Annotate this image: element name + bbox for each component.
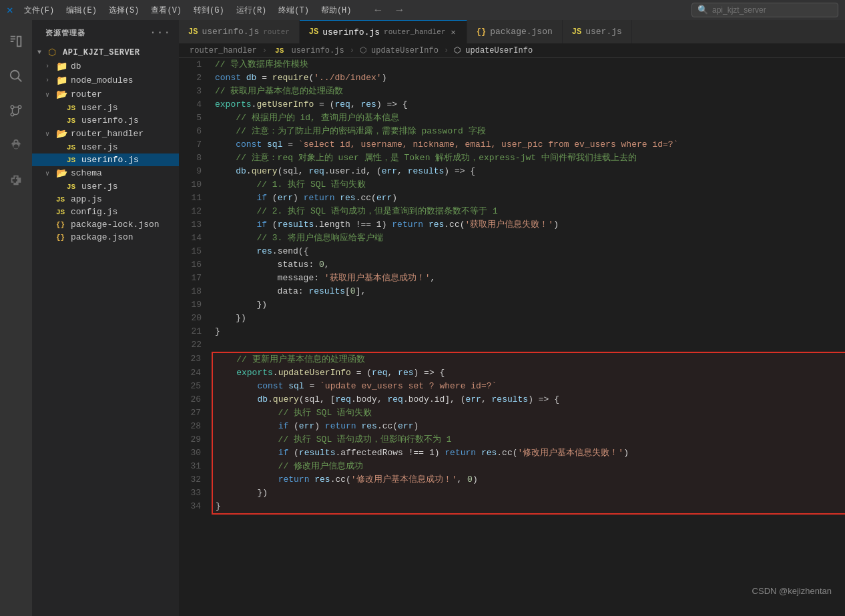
menu-item[interactable]: 帮助(H)	[316, 3, 357, 17]
table-row: 14 // 3. 将用户信息响应给客户端	[179, 232, 845, 245]
table-row: 18 data: results[0],	[179, 285, 845, 298]
table-row: 9 db.query(sql, req.user.id, (err, resul…	[179, 165, 845, 178]
sidebar-item-router-user-js[interactable]: JS user.js	[32, 101, 179, 114]
nav-forward-button[interactable]: →	[392, 3, 408, 17]
search-bar[interactable]: 🔍	[691, 3, 838, 17]
table-row: 27 // 执行 SQL 语句失败	[179, 406, 845, 420]
table-row: 16 status: 0,	[179, 258, 845, 272]
activity-search[interactable]	[0, 60, 32, 92]
line-number: 2	[179, 71, 212, 85]
line-number: 10	[179, 178, 212, 192]
sidebar-item-package-json[interactable]: {} package.json	[32, 231, 179, 244]
activity-debug[interactable]	[0, 129, 32, 162]
svg-point-3	[18, 105, 21, 109]
sidebar-item-package-lock-json[interactable]: {} package-lock.json	[32, 218, 179, 231]
line-number: 14	[179, 232, 212, 245]
nav-buttons[interactable]: ← →	[370, 3, 408, 17]
table-row: 15 res.send({	[179, 245, 845, 258]
line-number: 28	[179, 420, 212, 433]
sidebar-item-root[interactable]: ▼ ⬡ API_KJZT_SERVER	[32, 45, 179, 59]
sidebar-label-schema: schema	[71, 168, 102, 178]
line-number: 1	[179, 58, 212, 71]
code-line: const sql = `update ev_users set ? where…	[212, 380, 845, 393]
breadcrumb-part2[interactable]: JS userinfo.js	[272, 46, 344, 55]
sidebar-item-app-js[interactable]: JS app.js	[32, 193, 179, 206]
tab-js-icon2: JS	[309, 27, 318, 37]
table-row: 30 if (results.affectedRows !== 1) retur…	[179, 446, 845, 460]
line-number: 13	[179, 218, 212, 232]
table-row: 12 // 2. 执行 SQL 语句成功，但是查询到的数据条数不等于 1	[179, 205, 845, 218]
activity-extensions[interactable]	[0, 164, 32, 196]
menu-item[interactable]: 文件(F)	[19, 3, 60, 17]
sidebar-label-router: router	[71, 89, 102, 99]
line-number: 6	[179, 125, 212, 138]
sidebar-item-config-js[interactable]: JS config.js	[32, 206, 179, 218]
line-number: 12	[179, 205, 212, 218]
code-line: // 更新用户基本信息的处理函数	[212, 352, 845, 366]
menu-item[interactable]: 转到(G)	[188, 3, 230, 17]
tab-js-icon: JS	[188, 27, 198, 37]
search-icon: 🔍	[697, 5, 708, 15]
tab-userinfo-router[interactable]: JS userinfo.js router	[179, 20, 300, 43]
line-number: 20	[179, 312, 212, 325]
table-row: 7 const sql = `select id, username, nick…	[179, 138, 845, 151]
code-line: })	[212, 487, 845, 500]
code-line: // 导入数据库操作模块	[212, 58, 845, 71]
tab-user-js[interactable]: JS user.js	[563, 20, 632, 43]
code-line: // 2. 执行 SQL 语句成功，但是查询到的数据条数不等于 1	[212, 205, 845, 218]
tree-arrow-schema: ∨	[45, 170, 56, 178]
menu-item[interactable]: 编辑(E)	[61, 3, 102, 17]
code-line: // 执行 SQL 语句失败	[212, 406, 845, 420]
breadcrumb-part1[interactable]: router_handler	[190, 46, 257, 55]
sidebar-item-router-handler[interactable]: ∨ 📂 router_handler	[32, 127, 179, 141]
sidebar-item-handler-userinfo-js[interactable]: JS userinfo.js	[32, 153, 179, 166]
table-row: 22	[179, 338, 845, 352]
sidebar-item-router-userinfo-js[interactable]: JS userinfo.js	[32, 114, 179, 127]
code-line: return res.cc('修改用户基本信息成功！', 0)	[212, 473, 845, 487]
menu-item[interactable]: 终端(T)	[273, 3, 314, 17]
line-number: 31	[179, 460, 212, 473]
editor-area: JS userinfo.js router JS userinfo.js rou…	[179, 20, 845, 616]
line-number: 4	[179, 98, 212, 111]
sidebar-label-router-userinfo-js: userinfo.js	[81, 115, 139, 125]
sidebar-item-schema[interactable]: ∨ 📂 schema	[32, 166, 179, 180]
table-row: 10 // 1. 执行 SQL 语句失败	[179, 178, 845, 192]
sidebar-item-router[interactable]: ∨ 📂 router	[32, 87, 179, 101]
tab-userinfo-router-handler[interactable]: JS userinfo.js router_handler ✕	[300, 20, 467, 43]
main-layout: 资源管理器 ··· ▼ ⬡ API_KJZT_SERVER › 📁 db › 📁…	[0, 20, 845, 616]
tab-package-json[interactable]: {} package.json	[467, 20, 563, 43]
code-line: // 获取用户基本信息的处理函数	[212, 85, 845, 98]
line-number: 18	[179, 285, 212, 298]
sidebar-item-db[interactable]: › 📁 db	[32, 59, 179, 73]
sidebar-item-handler-user-js[interactable]: JS user.js	[32, 141, 179, 153]
sidebar-item-node-modules[interactable]: › 📁 node_modules	[32, 73, 179, 87]
line-number: 15	[179, 245, 212, 258]
tab-sublabel2: router_handler	[384, 28, 445, 36]
line-number: 8	[179, 151, 212, 165]
search-input[interactable]	[712, 5, 832, 15]
activity-git[interactable]	[0, 95, 32, 127]
activity-explorer[interactable]	[0, 25, 32, 57]
code-line: // 注意：req 对象上的 user 属性，是 Token 解析成功，expr…	[212, 151, 845, 165]
sidebar-root-label: API_KJZT_SERVER	[63, 48, 140, 57]
tab-close-button[interactable]: ✕	[450, 26, 457, 39]
line-number: 27	[179, 406, 212, 420]
sidebar-item-schema-user-js[interactable]: JS user.js	[32, 180, 179, 193]
table-row: 26 db.query(sql, [req.body, req.body.id]…	[179, 393, 845, 406]
tab-label: userinfo.js	[202, 27, 259, 37]
code-line: // 执行 SQL 语句成功，但影响行数不为 1	[212, 433, 845, 446]
sidebar-menu-button[interactable]: ···	[150, 27, 171, 39]
menu-bar[interactable]: 文件(F)编辑(E)选择(S)查看(V)转到(G)运行(R)终端(T)帮助(H)	[19, 3, 357, 17]
tree-arrow: ▼	[37, 49, 48, 56]
menu-item[interactable]: 选择(S)	[103, 3, 145, 17]
code-line: const sql = `select id, username, nickna…	[212, 138, 845, 151]
nav-back-button[interactable]: ←	[370, 3, 386, 17]
json-file-icon: {}	[56, 221, 68, 229]
tab-label4: user.js	[585, 27, 622, 37]
vscode-icon: ✕	[7, 3, 13, 17]
menu-item[interactable]: 运行(R)	[231, 3, 272, 17]
breadcrumb-part3[interactable]: ⬡ updateUserInfo	[360, 45, 439, 55]
editor-content[interactable]: 1// 导入数据库操作模块2const db = require('../db/…	[179, 58, 845, 616]
menu-item[interactable]: 查看(V)	[146, 3, 187, 17]
breadcrumb-part4[interactable]: ⬡ updateUserInfo	[454, 45, 533, 55]
